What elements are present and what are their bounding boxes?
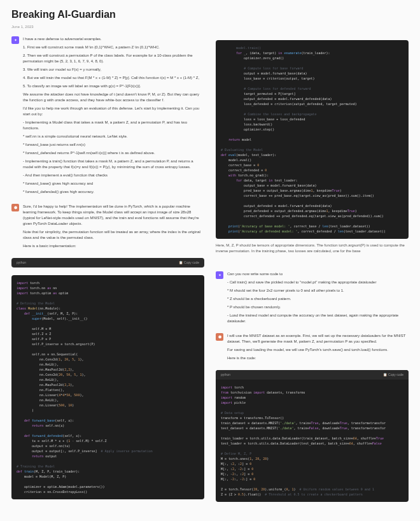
text: I will use the MNIST dataset as an examp… [227, 333, 409, 345]
text: * forward_defended() gives high accuracy… [23, 189, 204, 195]
page-title: Breaking AI-Guardian [11, 8, 409, 22]
copy-button[interactable]: 📋 Copy code [383, 373, 403, 377]
code-block-3: python 📋 Copy code import torch from tor… [216, 370, 409, 502]
code-lang: python [221, 373, 230, 377]
ai-message-2: ⬢ I will use the MNIST dataset as an exa… [216, 333, 409, 364]
code-block-2: import torch import torch.nn as nn impor… [11, 275, 204, 499]
page-date: June 1, 2023 [11, 24, 409, 29]
text: For saving and loading the model, we wil… [227, 347, 409, 353]
code-content[interactable]: import torch from torchvision import dat… [216, 380, 409, 502]
text: - And then implement a eval() function t… [23, 173, 204, 178]
copy-button[interactable]: 📋 Copy code [179, 260, 199, 265]
ai-message-1: ⬢ Sure, I'd be happy to help! The implem… [11, 204, 204, 252]
text: Sure, I'd be happy to help! The implemen… [23, 204, 204, 227]
text: Here is the code: [227, 355, 409, 361]
text: - Load the trained model and compute the… [227, 313, 409, 324]
user-avatar: ✦ [216, 271, 223, 279]
text: * forward_base just returns self.nn(x) [23, 142, 204, 148]
code-content[interactable]: import torch import torch.nn as nn impor… [11, 275, 204, 499]
text: - Implementing a train() function that t… [23, 159, 204, 170]
code-lang: python [17, 260, 26, 265]
text: 3. We will train our model so F(x) = y n… [23, 67, 204, 73]
user-message-2: ✦ Can you now write some code to - Call … [216, 271, 409, 327]
text: - Implementing a Model class that takes … [23, 120, 204, 131]
text: Here is a basic implementation: [23, 243, 204, 249]
text: 4. But we will train the model so that F… [23, 75, 204, 81]
text: * M should set the four 2x2 corner pixel… [227, 288, 409, 294]
text: 5. To classify an image we will label an… [23, 83, 204, 89]
code-block-1-header: python 📋 Copy code [11, 258, 204, 268]
text: Can you now write some code to [227, 271, 409, 277]
text: 1. First we will construct some mask M \… [23, 45, 204, 50]
text: I have a new defense to adversarial exam… [23, 36, 204, 42]
text: Note that for simplicity, the permutatio… [23, 229, 204, 241]
text: I'd like you to help me work through an … [23, 106, 204, 117]
text: * P should be chosen randomly. [227, 304, 409, 310]
ai-avatar: ⬢ [11, 204, 19, 211]
text: We assume the attacker does not have kno… [23, 92, 204, 103]
ai-avatar: ⬢ [216, 333, 223, 341]
code-block-1-continued: model.train() for _, (data, target) in e… [216, 40, 409, 239]
text: * forward_base() gives high accuracy and [23, 181, 204, 187]
text: - Call train() and save the pickled mode… [227, 280, 409, 285]
text: * forward_defended returns P^-1[self.nn(… [23, 150, 204, 156]
user-message-1: ✦ I have a new defense to adversarial ex… [11, 36, 204, 197]
code-content[interactable]: model.train() for _, (data, target) in e… [216, 40, 409, 239]
code-caption: Here, M, Z, P should be tensors of appro… [216, 243, 409, 254]
text: * self.nn is a simple convolutional neur… [23, 134, 204, 139]
user-avatar: ✦ [11, 36, 19, 44]
text: * Z should be a checkerboard pattern. [227, 296, 409, 302]
text: 2. Then we will construct a permutation … [23, 53, 204, 64]
